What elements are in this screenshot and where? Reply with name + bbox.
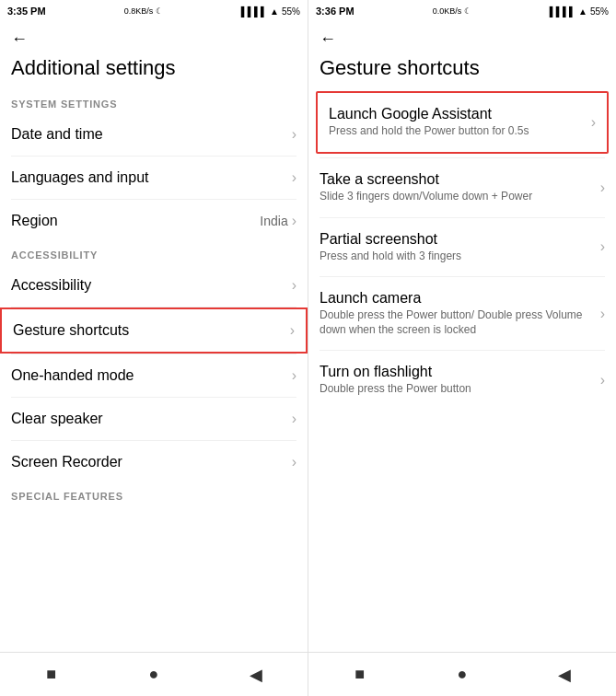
flashlight-title: Turn on flashlight (320, 364, 600, 380)
accessibility-title: Accessibility (11, 277, 292, 294)
right-triangle-icon: ◀ (558, 665, 571, 685)
menu-item-gesture-shortcuts[interactable]: Gesture shortcuts › (0, 307, 308, 354)
triangle-icon: ◀ (250, 665, 262, 685)
languages-title: Languages and input (11, 169, 292, 186)
menu-item-date-time[interactable]: Date and time › (0, 113, 308, 156)
circle-icon: ● (149, 665, 159, 684)
menu-item-launch-camera[interactable]: Launch camera Double press the Power but… (308, 277, 616, 350)
wifi-icon: ▲ (270, 6, 279, 17)
region-title: Region (11, 213, 260, 229)
right-wifi-icon: ▲ (578, 6, 587, 17)
screenshot-title: Take a screenshot (320, 171, 600, 188)
partial-screenshot-subtitle: Press and hold with 3 fingers (320, 249, 600, 264)
launch-assistant-title: Launch Google Assistant (329, 106, 591, 122)
back-button[interactable]: ← (11, 29, 28, 49)
chevron-icon-region: › (292, 213, 296, 229)
right-bottom-nav: ■ ● ◀ (308, 652, 616, 696)
chevron-icon-accessibility: › (292, 277, 296, 294)
chevron-icon-assistant: › (591, 114, 596, 131)
nav-circle-button[interactable]: ● (143, 664, 165, 686)
chevron-icon-flashlight: › (600, 372, 605, 389)
right-status-bar: 3:36 PM 0.0KB/s ☾ ▌▌▌▌ ▲ 55% (308, 0, 616, 22)
menu-item-one-handed[interactable]: One-handed mode › (0, 354, 308, 397)
left-header: ← (0, 22, 308, 52)
left-data-info: 0.8KB/s ☾ (124, 6, 163, 16)
gesture-shortcuts-title: Gesture shortcuts (13, 322, 290, 339)
menu-item-screenshot[interactable]: Take a screenshot Slide 3 fingers down/V… (308, 158, 616, 217)
right-header: ← (308, 22, 616, 52)
one-handed-title: One-handed mode (11, 367, 292, 384)
chevron-icon-date-time: › (292, 126, 296, 143)
flashlight-subtitle: Double press the Power button (320, 382, 600, 397)
battery-icon: 55% (282, 6, 300, 17)
region-value: India (260, 214, 287, 228)
left-page-title: Additional settings (0, 52, 308, 91)
section-label-special: SPECIAL FEATURES (0, 483, 308, 505)
date-time-title: Date and time (11, 126, 292, 143)
left-bottom-nav: ■ ● ◀ (0, 652, 308, 696)
right-nav-circle-button[interactable]: ● (451, 664, 473, 686)
menu-item-accessibility[interactable]: Accessibility › (0, 264, 308, 307)
menu-item-languages[interactable]: Languages and input › (0, 157, 308, 199)
right-battery-icon: 55% (590, 6, 609, 17)
nav-back-button[interactable]: ◀ (245, 664, 267, 686)
menu-item-clear-speaker[interactable]: Clear speaker › (0, 398, 308, 440)
left-status-icons: ▌▌▌▌ ▲ 55% (241, 6, 300, 17)
clear-speaker-title: Clear speaker (11, 411, 292, 427)
right-nav-square-button[interactable]: ■ (349, 664, 371, 686)
left-panel: 3:35 PM 0.8KB/s ☾ ▌▌▌▌ ▲ 55% ← Additiona… (0, 0, 308, 696)
chevron-icon-partial: › (600, 238, 605, 255)
chevron-icon-screen-recorder: › (292, 454, 296, 470)
chevron-icon-camera: › (600, 306, 605, 322)
menu-item-screen-recorder[interactable]: Screen Recorder › (0, 441, 308, 483)
right-square-icon: ■ (354, 665, 365, 684)
launch-camera-title: Launch camera (320, 290, 600, 307)
left-time: 3:35 PM (7, 6, 46, 17)
right-status-icons: ▌▌▌▌ ▲ 55% (550, 6, 609, 17)
chevron-icon-languages: › (292, 169, 296, 186)
signal-icon: ▌▌▌▌ (241, 6, 267, 17)
section-label-system: SYSTEM SETTINGS (0, 91, 308, 113)
launch-assistant-subtitle: Press and hold the Power button for 0.5s (329, 124, 591, 139)
menu-item-region[interactable]: Region India › (0, 200, 308, 242)
chevron-icon-screenshot: › (600, 180, 605, 196)
right-page-title: Gesture shortcuts (308, 52, 616, 91)
chevron-icon-one-handed: › (292, 367, 296, 384)
left-status-bar: 3:35 PM 0.8KB/s ☾ ▌▌▌▌ ▲ 55% (0, 0, 308, 22)
screenshot-subtitle: Slide 3 fingers down/Volume down + Power (320, 190, 600, 204)
chevron-icon-clear-speaker: › (292, 411, 296, 427)
screen-recorder-title: Screen Recorder (11, 454, 292, 470)
right-nav-back-button[interactable]: ◀ (553, 664, 575, 686)
launch-camera-subtitle: Double press the Power button/ Double pr… (320, 308, 600, 337)
menu-item-launch-assistant[interactable]: Launch Google Assistant Press and hold t… (316, 91, 609, 154)
right-back-button[interactable]: ← (320, 29, 336, 49)
right-data-info: 0.0KB/s ☾ (433, 6, 471, 16)
partial-screenshot-title: Partial screenshot (320, 231, 600, 248)
section-label-accessibility: ACCESSIBILITY (0, 242, 308, 264)
right-panel: 3:36 PM 0.0KB/s ☾ ▌▌▌▌ ▲ 55% ← Gesture s… (308, 0, 616, 696)
nav-square-button[interactable]: ■ (41, 664, 63, 686)
right-time: 3:36 PM (316, 6, 354, 17)
menu-item-partial-screenshot[interactable]: Partial screenshot Press and hold with 3… (308, 218, 616, 277)
square-icon: ■ (46, 665, 56, 684)
chevron-icon-gesture: › (290, 322, 295, 339)
right-circle-icon: ● (458, 665, 468, 684)
right-signal-icon: ▌▌▌▌ (550, 6, 575, 17)
menu-item-flashlight[interactable]: Turn on flashlight Double press the Powe… (308, 351, 616, 410)
